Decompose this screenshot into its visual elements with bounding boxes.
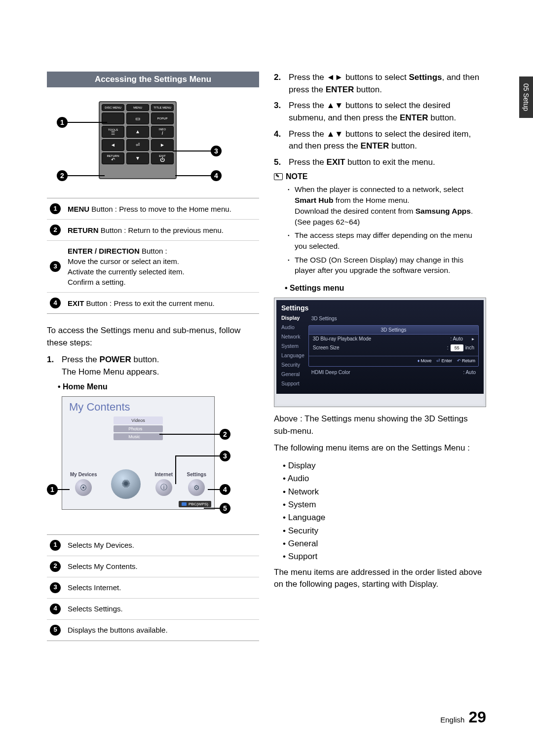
home-menu-heading: Home Menu xyxy=(58,382,259,391)
osd-side-support: Support xyxy=(281,380,305,386)
callout-3: 3 xyxy=(211,146,222,156)
osd-side-display: Display xyxy=(281,315,305,321)
section-title: Accessing the Settings Menu xyxy=(47,72,259,87)
home-title: My Contents xyxy=(62,397,214,417)
home-bottom-btn: PBC(WPS) xyxy=(179,501,211,507)
home-cat-photos: Photos xyxy=(114,425,162,432)
osd-side-security: Security xyxy=(281,362,305,368)
osd-row1-arrow: ▸ xyxy=(472,336,474,341)
osd-bottom-value: : Auto xyxy=(463,370,476,375)
home-desc-5: Displays the buttons available. xyxy=(68,625,168,635)
btn-desc-1: MENU Button : Press to move to the Home … xyxy=(68,204,231,214)
note-3: The OSD (On Screen Display) may change i… xyxy=(288,255,486,276)
chapter-tab: 05 Setup xyxy=(519,76,533,118)
home-callout-4: 4 xyxy=(220,484,230,495)
osd-side-language: Language xyxy=(281,352,305,358)
home-callout-5: 5 xyxy=(220,503,230,514)
mi-system: System xyxy=(283,498,486,511)
home-icon-internet: ⓘ xyxy=(155,479,172,496)
page-footer: English 29 xyxy=(440,708,486,726)
remote-enter: ⏎ xyxy=(126,139,149,151)
home-cat-music: Music xyxy=(114,433,162,440)
remote-popup: POPUP xyxy=(151,113,174,124)
mi-language: Language xyxy=(283,511,486,524)
mi-support: Support xyxy=(283,550,486,563)
note-icon xyxy=(274,173,283,180)
home-callout-3: 3 xyxy=(220,451,230,461)
closing-text: The menu items are addressed in the orde… xyxy=(274,567,486,591)
osd-row2-label: Screen Size xyxy=(313,345,340,350)
following-text: The following menu items are on the Sett… xyxy=(274,442,486,454)
remote-exit: EXIT⏻ xyxy=(151,152,174,164)
step2: Press the ◄► buttons to select Settings,… xyxy=(289,72,486,96)
remote-tools: TOOLS☰ xyxy=(102,126,124,138)
intro-text: To access the Settings menu and sub-menu… xyxy=(47,325,259,349)
step1-text: Press the POWER button.The Home Menu app… xyxy=(62,354,159,378)
osd-row1-label: 3D Blu-ray Playback Mode xyxy=(313,336,371,341)
settings-menu-heading: Settings menu xyxy=(285,284,486,293)
osd-side-general: General xyxy=(281,371,305,377)
step5: Press the EXIT button to exit the menu. xyxy=(289,156,435,169)
osd-panel-head: 3D Settings xyxy=(309,326,478,335)
step1-num: 1. xyxy=(47,354,57,378)
home-icon-mydevices: ⦿ xyxy=(75,479,92,496)
remote-disc-menu: DISC MENU xyxy=(102,104,124,111)
osd-row1-value: : Auto xyxy=(450,336,463,341)
remote-button-table: 1MENU Button : Press to move to the Home… xyxy=(47,198,259,314)
btn-desc-4: EXIT Button : Press to exit the current … xyxy=(68,298,215,308)
home-table: 1Selects My Devices. 2Selects My Content… xyxy=(47,534,259,641)
footer-lang: English xyxy=(440,716,464,724)
footer-page: 29 xyxy=(468,708,486,726)
home-cat-videos: Videos xyxy=(114,416,162,424)
osd-title: Settings xyxy=(281,304,479,312)
mi-general: General xyxy=(283,537,486,550)
remote-title-menu: TITLE MENU xyxy=(151,104,174,111)
remote-up: ▲ xyxy=(126,126,149,138)
note-2: The access steps may differ depending on… xyxy=(288,230,486,251)
btn-desc-2: RETURN Button : Return to the previous m… xyxy=(68,225,224,235)
home-menu-figure: My Contents Videos Photos Music My Devic… xyxy=(47,396,259,529)
osd-bottom-label: HDMI Deep Color xyxy=(311,370,350,375)
btn-desc-3: ENTER / DIRECTION Button :Move the curso… xyxy=(68,246,185,287)
mi-security: Security xyxy=(283,525,486,537)
osd-row2-suffix: inch xyxy=(465,345,474,350)
callout-1: 1 xyxy=(57,117,68,128)
osd-side-audio: Audio xyxy=(281,324,305,330)
mi-audio: Audio xyxy=(283,472,486,485)
step4: Press the ▲▼ buttons to select the desir… xyxy=(289,128,486,152)
settings-items-list: Display Audio Network System Language Se… xyxy=(274,459,486,564)
home-desc-4: Selects Settings. xyxy=(68,604,123,614)
remote-down: ▼ xyxy=(126,152,149,164)
remote-left: ◄ xyxy=(102,139,124,151)
home-desc-1: Selects My Devices. xyxy=(68,540,134,550)
osd-side-system: System xyxy=(281,343,305,349)
osd-toprow: 3D Settings xyxy=(311,316,337,321)
mi-display: Display xyxy=(283,459,486,472)
home-icon-settings: ⚙ xyxy=(188,479,205,496)
remote-return: RETURN↶ xyxy=(102,152,124,164)
remote-right: ► xyxy=(151,139,174,151)
home-desc-3: Selects Internet. xyxy=(68,582,121,593)
remote-figure: DISC MENU MENU TITLE MENU ▭ POPUP TOOLS☰… xyxy=(47,96,259,190)
step3: Press the ▲▼ buttons to select the desir… xyxy=(289,100,486,124)
remote-menu: MENU xyxy=(126,104,149,111)
osd-caption: Above : The Settings menu showing the 3D… xyxy=(274,413,486,437)
home-callout-2: 2 xyxy=(220,429,230,440)
mi-network: Network xyxy=(283,486,486,498)
home-callout-1: 1 xyxy=(47,484,58,495)
home-desc-2: Selects My Contents. xyxy=(68,561,138,571)
note-list: When the player is connected to a networ… xyxy=(274,184,486,276)
callout-4: 4 xyxy=(211,170,222,181)
osd-sidebar: Display Audio Network System Language Se… xyxy=(281,315,305,386)
note-1: When the player is connected to a networ… xyxy=(288,184,486,227)
note-heading: NOTE xyxy=(274,172,486,181)
callout-2: 2 xyxy=(57,170,68,181)
settings-osd-figure: Settings Display Audio Network System La… xyxy=(274,298,486,407)
osd-row2-input: 55 xyxy=(451,344,463,351)
remote-info: INFOi xyxy=(151,126,174,138)
osd-side-network: Network xyxy=(281,334,305,340)
remote-home-icon: ▭ xyxy=(126,113,149,124)
home-icon-center: ✺ xyxy=(111,469,141,499)
